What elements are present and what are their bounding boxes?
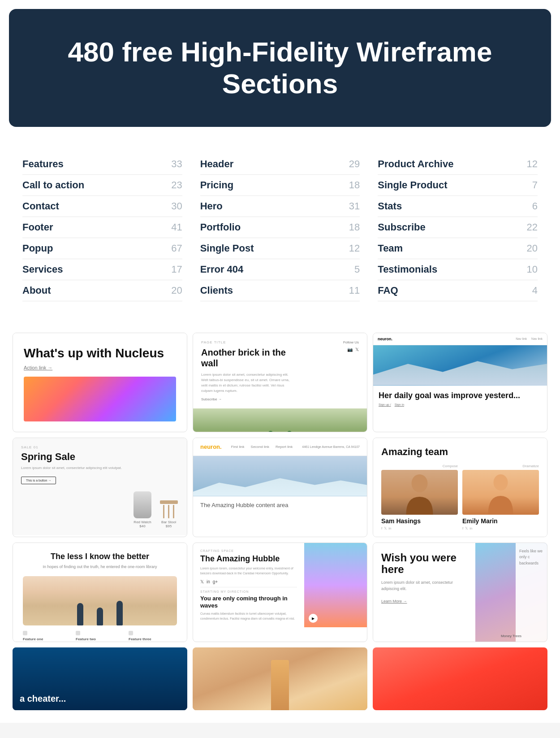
team-social-1: f 𝕏 in [381, 526, 458, 530]
card-2-image [193, 408, 367, 432]
card-4-button[interactable]: This is a button → [21, 477, 56, 484]
card-2-subscribe[interactable]: Subscribe → [201, 397, 296, 401]
figure-decoration [116, 601, 123, 625]
stat-row: Product Archive12 [378, 154, 538, 175]
facebook-icon: f [462, 526, 463, 530]
card-8-subtitle: You are only coming through in waves [200, 595, 297, 609]
stat-row: Contact30 [22, 196, 182, 217]
card-3-text: Her daily goal was improve yesterd... Si… [373, 386, 547, 412]
preview-card-1[interactable]: What's up with Nucleus Action link → [13, 333, 187, 432]
bottom-left-text: a cheater... [20, 694, 66, 704]
stat-row: FAQ4 [378, 280, 538, 301]
stats-column-3: Product Archive12 Single Product7 Stats6… [378, 154, 538, 301]
card-1-image [24, 377, 176, 421]
stats-column-1: Features33 Call to action23 Contact30 Fo… [22, 154, 182, 301]
landscape-decoration [193, 474, 367, 496]
instagram-icon: in [470, 526, 472, 530]
card-3-btn2[interactable]: Sign in [395, 403, 404, 406]
card-7-scene [23, 576, 177, 625]
team-name-1: Sam Hasings [381, 517, 458, 525]
team-avatar-2 [462, 470, 539, 515]
card-3-logo: neuron. [378, 337, 392, 341]
card-3-btn1[interactable]: Sign up / [379, 403, 391, 406]
preview-card-4[interactable]: SALE 01 Spring Sale Lorem ipsum dolor si… [13, 438, 187, 537]
card-5-link1[interactable]: First link [231, 445, 245, 449]
preview-card-2[interactable]: PAGE TITLE Another brick in the wall Lor… [193, 333, 367, 432]
instagram-icon: in [388, 526, 391, 530]
preview-card-3[interactable]: neuron. Nav link Nav link Her daily goal… [373, 333, 547, 432]
product-item-2: Bar Stool $95 [159, 491, 179, 528]
twitter-icon: 𝕏 [465, 526, 468, 530]
card-7-features: Feature one Lorem ipsum dolor sit amet, … [23, 631, 177, 642]
stat-row: About20 [22, 280, 182, 301]
preview-card-8[interactable]: CRAFTING SPACE The Amazing Hubble Lorem … [193, 543, 367, 642]
feature-title-3: Feature three [129, 637, 177, 641]
card-9-content: Wish you were here Lorem ipsum dolor sit… [373, 543, 547, 642]
bottom-right-card[interactable] [373, 647, 547, 710]
tree-decoration [287, 431, 292, 432]
bottom-left-card[interactable]: a cheater... [13, 647, 187, 710]
card-1-link[interactable]: Action link → [24, 365, 176, 370]
card-5-content: neuron. First link Second link Report li… [193, 438, 367, 514]
stats-column-2: Header29 Pricing18 Hero31 Portfolio18 Si… [200, 154, 360, 301]
card-8-image-col: ▶ [304, 543, 367, 628]
stat-row: Header29 [200, 154, 360, 175]
card-7-title: The less I know the better [23, 552, 177, 561]
stat-row: Subscribe22 [378, 217, 538, 238]
card-2-social-icons: 📷 𝕏 [305, 347, 359, 352]
play-button[interactable]: ▶ [309, 614, 318, 623]
team-member-2: Dramatize Emily Marin f 𝕏 [462, 464, 539, 530]
card-8-social: 𝕏 in g+ [200, 579, 297, 584]
figure-decoration [77, 603, 83, 625]
feature-icon-2 [76, 631, 80, 635]
stool-image [159, 491, 179, 518]
stat-row: Call to action23 [22, 175, 182, 196]
preview-card-6[interactable]: Amazing team Compose Sam Hasings [373, 438, 547, 537]
stat-row: Testimonials10 [378, 259, 538, 280]
product-2-name: Bar Stool [159, 520, 179, 524]
hero-title: 480 free High-Fidelity Wireframe Section… [27, 36, 533, 100]
bottom-middle-card[interactable] [193, 647, 367, 710]
team-member-1: Compose Sam Hasings f 𝕏 [381, 464, 458, 530]
preview-grid-row2: SALE 01 Spring Sale Lorem ipsum dolor si… [9, 438, 551, 537]
card-8-body: Curvas mattis bibendum facilisis in turr… [200, 612, 297, 621]
card-9-title: Wish you were here [381, 552, 467, 576]
card-8-content: CRAFTING SPACE The Amazing Hubble Lorem … [193, 543, 367, 628]
card-2-tag: PAGE TITLE [201, 340, 296, 344]
twitter-icon: 𝕏 [384, 526, 387, 530]
twitter-icon: 𝕏 [355, 347, 359, 352]
bottom-row: a cheater... [9, 642, 551, 714]
avatar-silhouette-2 [462, 470, 539, 515]
card-7-desc: In hopes of finding out the truth, he en… [23, 564, 177, 570]
preview-card-9[interactable]: Wish you were here Lorem ipsum dolor sit… [373, 543, 547, 642]
stat-row: Popup67 [22, 238, 182, 259]
card-6-team: Compose Sam Hasings f 𝕏 [381, 464, 539, 530]
preview-card-7[interactable]: The less I know the better In hopes of f… [13, 543, 187, 642]
mountain-decoration [373, 359, 547, 386]
card-3-content: neuron. Nav link Nav link Her daily goal… [373, 333, 547, 412]
card-4-desc: Lorem ipsum dolor sit amet, consectetur … [21, 465, 179, 471]
card-3-nav1: Nav link [516, 337, 527, 340]
twitter-icon: 𝕏 [200, 579, 204, 584]
card-1-content: What's up with Nucleus Action link → [13, 333, 187, 422]
feature-icon-1 [23, 631, 27, 635]
team-role-1: Compose [381, 464, 458, 468]
stat-row: Pricing18 [200, 175, 360, 196]
stat-row: Error 4045 [200, 259, 360, 280]
stat-row: Services17 [22, 259, 182, 280]
card-9-overlay-text: Feels like we only c backwards [519, 548, 543, 567]
svg-point-0 [412, 474, 428, 492]
card-9-image: Feels like we only c backwards Money Tre… [475, 543, 547, 642]
stat-row: Stats6 [378, 196, 538, 217]
google-icon: g+ [213, 579, 218, 584]
card-5-link3[interactable]: Report link [276, 445, 293, 449]
card-5-link2[interactable]: Second link [251, 445, 269, 449]
card-5-address: 4461 Lendige Avenue Barrens, CA 94107 [302, 445, 360, 448]
page-wrapper: 480 free High-Fidelity Wireframe Section… [0, 0, 560, 723]
stat-row: Features33 [22, 154, 182, 175]
avatar-silhouette-1 [381, 470, 458, 515]
card-9-link[interactable]: Learn More → [381, 599, 407, 603]
preview-card-5[interactable]: neuron. First link Second link Report li… [193, 438, 367, 537]
team-name-2: Emily Marin [462, 517, 539, 525]
product-item-1: Red Watch $40 [134, 491, 151, 528]
